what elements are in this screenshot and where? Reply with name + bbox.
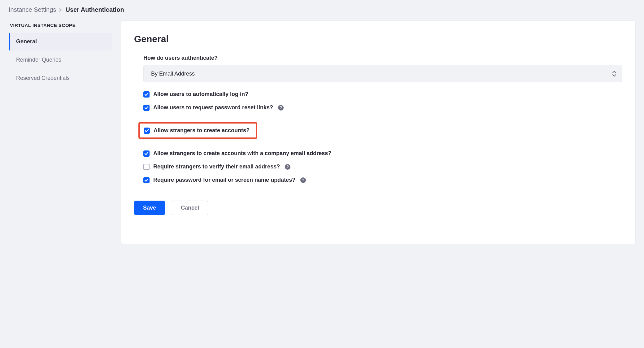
checkbox[interactable] (143, 177, 150, 183)
sidebar-item-label: General (16, 38, 37, 45)
checkbox-row: Allow users to automatically log in? (143, 91, 622, 98)
checkbox[interactable] (143, 91, 150, 98)
checkbox-row: Allow strangers to create accounts with … (143, 150, 622, 157)
main-panel: General How do users authenticate? By Em… (121, 21, 635, 244)
panel-title: General (134, 34, 622, 44)
auth-method-label: How do users authenticate? (143, 55, 622, 61)
checkbox-label[interactable]: Allow strangers to create accounts? (154, 127, 250, 134)
sidebar-heading: Virtual Instance Scope (9, 21, 112, 33)
help-icon[interactable]: ? (300, 177, 306, 183)
breadcrumb: Instance Settings User Authentication (9, 6, 635, 13)
checkbox-label[interactable]: Allow users to request password reset li… (153, 104, 273, 111)
auth-method-value: By Email Address (151, 71, 195, 77)
sidebar-item-label: Reserved Credentials (16, 75, 70, 81)
checkbox[interactable] (143, 105, 150, 111)
sidebar-item-reserved-credentials[interactable]: Reserved Credentials (9, 69, 112, 87)
sidebar-item-reminder-queries[interactable]: Reminder Queries (9, 51, 112, 69)
checkbox[interactable] (143, 164, 150, 170)
checkbox-row: Allow strangers to create accounts? (144, 127, 250, 134)
checkbox-row: Allow users to request password reset li… (143, 104, 622, 111)
checkbox-label[interactable]: Require password for email or screen nam… (153, 177, 295, 183)
help-icon[interactable]: ? (278, 105, 284, 111)
checkbox-row: Require password for email or screen nam… (143, 177, 622, 183)
breadcrumb-current: User Authentication (65, 6, 124, 13)
sidebar: Virtual Instance Scope GeneralReminder Q… (9, 21, 112, 244)
checkbox[interactable] (143, 150, 150, 157)
checkbox-row: Require strangers to verify their email … (143, 163, 622, 170)
cancel-button[interactable]: Cancel (172, 201, 208, 215)
highlight-box: Allow strangers to create accounts? (138, 122, 257, 139)
help-icon[interactable]: ? (285, 164, 290, 170)
sidebar-item-label: Reminder Queries (16, 57, 61, 63)
checkbox-label[interactable]: Allow users to automatically log in? (153, 91, 248, 98)
checkbox-label[interactable]: Require strangers to verify their email … (153, 163, 280, 170)
breadcrumb-parent[interactable]: Instance Settings (9, 6, 56, 13)
auth-method-select[interactable]: By Email Address (143, 65, 622, 82)
checkbox-label[interactable]: Allow strangers to create accounts with … (153, 150, 331, 157)
chevron-right-icon (59, 6, 62, 13)
save-button[interactable]: Save (134, 201, 165, 215)
select-caret-icon (612, 71, 616, 76)
sidebar-item-general[interactable]: General (9, 33, 112, 50)
checkbox[interactable] (144, 128, 150, 134)
